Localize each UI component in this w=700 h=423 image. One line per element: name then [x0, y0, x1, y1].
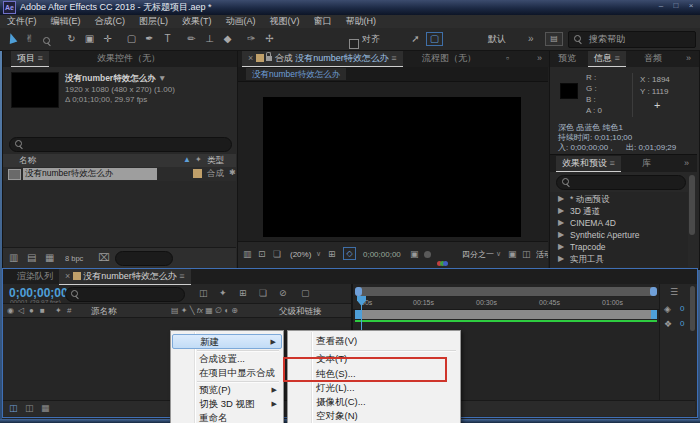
text-tool-icon[interactable]: T [160, 30, 175, 47]
glasses-icon[interactable]: ❏ [273, 249, 281, 260]
work-area-end[interactable] [651, 310, 657, 319]
menu-edit[interactable]: 编辑(E) [44, 15, 88, 28]
panel-overflow-chevron[interactable]: » [531, 51, 548, 66]
column-parent-link[interactable]: 父级和链接 [279, 306, 322, 316]
submenu-item-null-object[interactable]: 空对象(N) [289, 409, 459, 422]
label-column-icon[interactable]: ✦ [55, 306, 62, 316]
hand-tool-icon[interactable]: ✌ [22, 30, 37, 47]
menu-item-new[interactable]: 新建▶ [172, 334, 282, 349]
effects-item[interactable]: CINEMA 4D [570, 218, 616, 228]
column-source-name[interactable]: 源名称 [91, 306, 117, 316]
column-name[interactable]: 名称 [19, 155, 36, 165]
menu-item-reveal-in-project[interactable]: 在项目中显示合成 [172, 366, 282, 379]
resolution-select[interactable]: 四分之一 [462, 250, 494, 260]
draft-3d-icon[interactable]: ✦ [219, 288, 227, 299]
menu-item-preview[interactable]: 预览(P)▶ [172, 383, 282, 396]
project-search-input[interactable] [9, 137, 232, 152]
twirl-icon[interactable]: ▶ [558, 194, 564, 204]
effects-item[interactable]: Synthetic Aperture [570, 230, 639, 240]
camera-select[interactable]: 活动 [536, 250, 548, 260]
expand-transfer-icon[interactable]: ▦ [41, 403, 50, 414]
sort-arrow-icon[interactable]: ▲ [183, 155, 191, 165]
effects-scrollbar[interactable] [689, 175, 695, 235]
maximize-button[interactable]: □ [669, 1, 683, 10]
menu-layer[interactable]: 图层(L) [132, 15, 175, 28]
hand-toggle-icon[interactable]: ❖ [664, 319, 672, 330]
motion-blur-icon[interactable]: ⊘ [279, 288, 287, 299]
tab-render-queue[interactable]: 渲染队列 [11, 269, 59, 284]
tab-preview[interactable]: 预览 [552, 51, 582, 66]
snapping-icon[interactable]: ▢ [426, 32, 443, 46]
zoom-level[interactable]: (20%) [290, 250, 311, 260]
shape-tool-icon[interactable]: ▢ [124, 30, 139, 47]
menu-item-rename[interactable]: 重命名 [172, 411, 282, 423]
comp-info-name[interactable]: 没有number特效怎么办 ▼ [65, 73, 166, 83]
twirl-icon[interactable]: ▶ [558, 254, 564, 264]
menu-effect[interactable]: 效果(T) [175, 15, 219, 28]
magnification-icon[interactable]: ⊡ [258, 249, 266, 260]
panel-overflow-chevron[interactable]: » [678, 156, 695, 171]
zoom-caret-icon[interactable]: ∨ [316, 250, 321, 258]
menu-item-switch-3d-view[interactable]: 切换 3D 视图▶ [172, 397, 282, 410]
label-swatch[interactable] [193, 169, 202, 178]
expand-inout-icon[interactable]: ◫ [25, 403, 34, 414]
shield-icon[interactable]: ◈ [664, 304, 671, 315]
tab-timeline-comp[interactable]: × 没有number特效怎么办 ≡ [59, 269, 191, 285]
tab-composition[interactable]: × 合成 没有number特效怎么办 ≡ [242, 51, 403, 67]
tab-library[interactable]: 库 [636, 156, 657, 171]
show-snapshot-icon[interactable] [424, 251, 431, 258]
time-ruler[interactable]: 00s 00:15s 00:30s 00:45s 01:00s [353, 297, 659, 310]
effects-item[interactable]: 实用工具 [570, 254, 604, 264]
frame-blend-icon[interactable]: ❏ [259, 288, 267, 299]
new-composition-icon[interactable]: ▦ [45, 252, 54, 264]
menu-help[interactable]: 帮助(H) [339, 15, 384, 28]
submenu-item-camera[interactable]: 摄像机(C)... [289, 395, 459, 408]
roi-icon[interactable]: ▣ [508, 249, 517, 260]
column-type[interactable]: 类型 [207, 155, 224, 165]
new-folder-icon[interactable]: ▤ [27, 252, 36, 264]
switches-icons[interactable]: ▤ ✦ ╲ fx ▦ ∅ ◐ ⊕ [171, 306, 238, 316]
roto-brush-tool-icon[interactable]: ✑ [244, 30, 259, 47]
menu-composition[interactable]: 合成(C) [88, 15, 133, 28]
menu-item-composition-settings[interactable]: 合成设置... [172, 352, 282, 365]
time-navigator[interactable] [355, 287, 657, 296]
mask-path-icon[interactable]: ➚ [408, 30, 423, 47]
workspace-switcher[interactable]: 默认 [488, 34, 506, 45]
rotate-tool-icon[interactable]: ↻ [64, 30, 79, 47]
hide-shy-icon[interactable]: ⊞ [239, 288, 247, 299]
transparency-grid-icon[interactable]: ◫ [522, 249, 531, 260]
bpc-button[interactable]: 8 bpc [65, 254, 83, 263]
resolution-caret-icon[interactable]: ∨ [496, 250, 501, 258]
twirl-icon[interactable]: ▶ [558, 242, 564, 252]
timeline-scrollbar[interactable] [690, 286, 695, 331]
menu-window[interactable]: 窗口 [307, 15, 339, 28]
stamp-tool-icon[interactable]: ⊥ [202, 30, 217, 47]
graph-editor-icon[interactable]: ▢ [301, 288, 310, 299]
eraser-tool-icon[interactable]: ◆ [220, 30, 235, 47]
column-number[interactable]: # [67, 306, 71, 316]
always-preview-icon[interactable]: ▥ [243, 249, 252, 260]
effects-item[interactable]: Trapcode [570, 242, 606, 252]
trash-icon[interactable]: ⌧ [98, 252, 110, 264]
tab-project[interactable]: 项目 ≡ [11, 51, 49, 67]
tab-flowchart[interactable]: 流程图（无） [416, 51, 482, 66]
project-row-name[interactable]: 没有number特效怎么办 [23, 168, 157, 180]
tab-audio[interactable]: 音频 [638, 51, 668, 66]
lock-icon[interactable]: ■ [40, 306, 45, 316]
puppet-tool-icon[interactable]: ✢ [262, 30, 277, 47]
selection-tool-icon[interactable] [4, 30, 19, 47]
composition-viewport[interactable] [263, 97, 521, 237]
camera-tool-icon[interactable]: ▣ [82, 30, 97, 47]
snapshot-icon[interactable]: ▣ [410, 249, 419, 260]
menu-animation[interactable]: 动画(A) [219, 15, 263, 28]
label-column-icon[interactable]: ✦ [195, 155, 202, 165]
pan-behind-tool-icon[interactable]: ✛ [100, 30, 115, 47]
effects-item[interactable]: 3D 通道 [570, 206, 600, 216]
project-row[interactable]: 没有number特效怎么办 合成 ✱ [3, 167, 236, 181]
graph-lines-icon[interactable]: ☰ [670, 287, 678, 298]
minimize-button[interactable]: – [654, 1, 668, 10]
tab-effect-controls[interactable]: 效果控件（无） [91, 51, 166, 66]
comp-timecode[interactable]: 0;00;00;00 [363, 250, 401, 260]
interpret-footage-icon[interactable]: ▥ [9, 252, 18, 264]
effects-item[interactable]: * 动画预设 [570, 194, 610, 204]
